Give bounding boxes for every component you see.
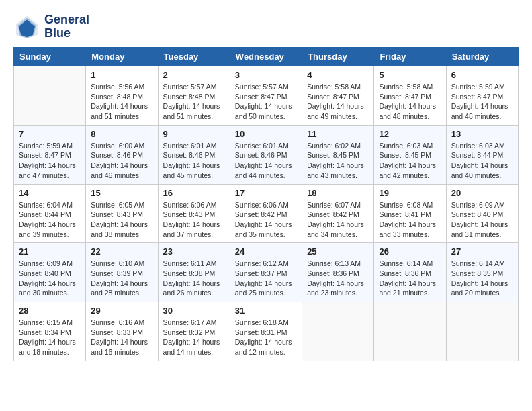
sunrise-text: Sunrise: 6:17 AM	[163, 318, 225, 328]
sunset-text: Sunset: 8:41 PM	[379, 210, 441, 220]
daylight-line2: and 39 minutes.	[19, 230, 81, 240]
daylight-line2: and 50 minutes.	[235, 111, 297, 122]
day-number: 20	[451, 188, 513, 198]
week-row-3: 14Sunrise: 6:04 AMSunset: 8:44 PMDayligh…	[14, 184, 519, 243]
sunrise-text: Sunrise: 6:06 AM	[163, 200, 225, 210]
sunset-text: Sunset: 8:35 PM	[451, 269, 513, 279]
week-row-5: 28Sunrise: 6:15 AMSunset: 8:34 PMDayligh…	[14, 302, 519, 361]
sunrise-text: Sunrise: 5:57 AM	[235, 82, 297, 92]
calendar-cell: 26Sunrise: 6:14 AMSunset: 8:36 PMDayligh…	[374, 243, 446, 302]
week-row-4: 21Sunrise: 6:09 AMSunset: 8:40 PMDayligh…	[14, 243, 519, 302]
calendar-cell: 27Sunrise: 6:14 AMSunset: 8:35 PMDayligh…	[446, 243, 518, 302]
sunrise-text: Sunrise: 6:12 AM	[235, 259, 297, 269]
daylight-line2: and 23 minutes.	[307, 288, 369, 298]
day-number: 16	[163, 188, 225, 198]
daylight-line2: and 51 minutes.	[91, 111, 152, 122]
calendar-cell: 29Sunrise: 6:16 AMSunset: 8:33 PMDayligh…	[86, 302, 158, 361]
daylight-line2: and 21 minutes.	[379, 288, 441, 298]
calendar-cell: 22Sunrise: 6:10 AMSunset: 8:39 PMDayligh…	[86, 243, 158, 302]
week-row-2: 7Sunrise: 5:59 AMSunset: 8:47 PMDaylight…	[14, 125, 519, 184]
day-info: Sunrise: 6:05 AMSunset: 8:43 PMDaylight:…	[91, 200, 152, 240]
sunrise-text: Sunrise: 6:06 AM	[235, 200, 297, 210]
calendar-cell	[446, 302, 518, 361]
daylight-line1: Daylight: 14 hours	[163, 161, 225, 171]
day-info: Sunrise: 6:00 AMSunset: 8:46 PMDaylight:…	[91, 141, 152, 181]
calendar-body: 1Sunrise: 5:56 AMSunset: 8:48 PMDaylight…	[14, 66, 519, 361]
sunset-text: Sunset: 8:36 PM	[379, 269, 441, 279]
day-info: Sunrise: 5:59 AMSunset: 8:47 PMDaylight:…	[451, 82, 513, 122]
sunset-text: Sunset: 8:32 PM	[163, 328, 225, 338]
day-info: Sunrise: 6:15 AMSunset: 8:34 PMDaylight:…	[19, 318, 81, 357]
sunrise-text: Sunrise: 6:04 AM	[19, 200, 81, 210]
calendar-cell: 24Sunrise: 6:12 AMSunset: 8:37 PMDayligh…	[230, 243, 302, 302]
daylight-line1: Daylight: 14 hours	[379, 101, 441, 111]
daylight-line2: and 18 minutes.	[19, 347, 81, 357]
day-number: 14	[19, 188, 81, 198]
sunrise-text: Sunrise: 5:57 AM	[163, 82, 225, 92]
calendar-cell: 10Sunrise: 6:01 AMSunset: 8:46 PMDayligh…	[230, 125, 302, 184]
daylight-line1: Daylight: 14 hours	[235, 337, 297, 347]
calendar-cell: 17Sunrise: 6:06 AMSunset: 8:42 PMDayligh…	[230, 184, 302, 243]
daylight-line1: Daylight: 14 hours	[19, 337, 81, 347]
day-number: 12	[379, 129, 441, 139]
calendar-cell: 7Sunrise: 5:59 AMSunset: 8:47 PMDaylight…	[14, 125, 86, 184]
sunset-text: Sunset: 8:40 PM	[19, 269, 81, 279]
header-day-friday: Friday	[374, 48, 446, 66]
sunset-text: Sunset: 8:47 PM	[379, 92, 441, 102]
daylight-line1: Daylight: 14 hours	[163, 101, 225, 111]
day-number: 23	[163, 246, 225, 257]
sunrise-text: Sunrise: 6:07 AM	[307, 200, 369, 210]
sunset-text: Sunset: 8:31 PM	[235, 328, 297, 338]
daylight-line2: and 49 minutes.	[307, 111, 369, 122]
day-number: 2	[163, 70, 225, 80]
daylight-line2: and 40 minutes.	[451, 171, 513, 181]
day-number: 3	[235, 70, 297, 80]
sunset-text: Sunset: 8:33 PM	[91, 328, 152, 338]
daylight-line1: Daylight: 14 hours	[19, 279, 81, 289]
calendar-cell: 12Sunrise: 6:03 AMSunset: 8:45 PMDayligh…	[374, 125, 446, 184]
daylight-line1: Daylight: 14 hours	[91, 161, 152, 171]
day-info: Sunrise: 6:01 AMSunset: 8:46 PMDaylight:…	[235, 141, 297, 181]
sunrise-text: Sunrise: 6:16 AM	[91, 318, 152, 328]
day-info: Sunrise: 6:06 AMSunset: 8:43 PMDaylight:…	[163, 200, 225, 240]
header-day-tuesday: Tuesday	[158, 48, 230, 66]
daylight-line1: Daylight: 14 hours	[235, 220, 297, 230]
day-number: 1	[91, 70, 152, 80]
sunrise-text: Sunrise: 6:01 AM	[163, 141, 225, 151]
daylight-line1: Daylight: 14 hours	[379, 279, 441, 289]
sunset-text: Sunset: 8:47 PM	[19, 150, 81, 161]
calendar-cell: 19Sunrise: 6:08 AMSunset: 8:41 PMDayligh…	[374, 184, 446, 243]
day-number: 5	[379, 70, 441, 80]
daylight-line1: Daylight: 14 hours	[235, 161, 297, 171]
day-info: Sunrise: 5:58 AMSunset: 8:47 PMDaylight:…	[307, 82, 369, 122]
calendar-cell: 23Sunrise: 6:11 AMSunset: 8:38 PMDayligh…	[158, 243, 230, 302]
calendar-cell: 16Sunrise: 6:06 AMSunset: 8:43 PMDayligh…	[158, 184, 230, 243]
day-info: Sunrise: 5:56 AMSunset: 8:48 PMDaylight:…	[91, 82, 152, 122]
sunset-text: Sunset: 8:44 PM	[451, 150, 513, 161]
calendar-cell: 2Sunrise: 5:57 AMSunset: 8:48 PMDaylight…	[158, 66, 230, 126]
calendar-cell: 13Sunrise: 6:03 AMSunset: 8:44 PMDayligh…	[446, 125, 518, 184]
daylight-line1: Daylight: 14 hours	[163, 337, 225, 347]
day-info: Sunrise: 5:57 AMSunset: 8:48 PMDaylight:…	[163, 82, 225, 122]
daylight-line1: Daylight: 14 hours	[307, 101, 369, 111]
sunrise-text: Sunrise: 6:09 AM	[19, 259, 81, 269]
daylight-line2: and 26 minutes.	[163, 288, 225, 298]
calendar-cell: 31Sunrise: 6:18 AMSunset: 8:31 PMDayligh…	[230, 302, 302, 361]
sunset-text: Sunset: 8:48 PM	[163, 92, 225, 102]
daylight-line1: Daylight: 14 hours	[451, 220, 513, 230]
sunrise-text: Sunrise: 6:14 AM	[451, 259, 513, 269]
day-number: 26	[379, 246, 441, 257]
calendar-cell	[14, 66, 86, 126]
daylight-line1: Daylight: 14 hours	[379, 220, 441, 230]
day-info: Sunrise: 6:10 AMSunset: 8:39 PMDaylight:…	[91, 259, 152, 298]
calendar-cell: 8Sunrise: 6:00 AMSunset: 8:46 PMDaylight…	[86, 125, 158, 184]
day-info: Sunrise: 6:16 AMSunset: 8:33 PMDaylight:…	[91, 318, 152, 357]
day-info: Sunrise: 6:09 AMSunset: 8:40 PMDaylight:…	[451, 200, 513, 240]
logo: General Blue	[13, 13, 89, 40]
day-info: Sunrise: 6:18 AMSunset: 8:31 PMDaylight:…	[235, 318, 297, 357]
sunset-text: Sunset: 8:34 PM	[19, 328, 81, 338]
daylight-line2: and 42 minutes.	[379, 171, 441, 181]
sunrise-text: Sunrise: 5:56 AM	[91, 82, 152, 92]
sunrise-text: Sunrise: 6:01 AM	[235, 141, 297, 151]
sunset-text: Sunset: 8:42 PM	[235, 210, 297, 220]
